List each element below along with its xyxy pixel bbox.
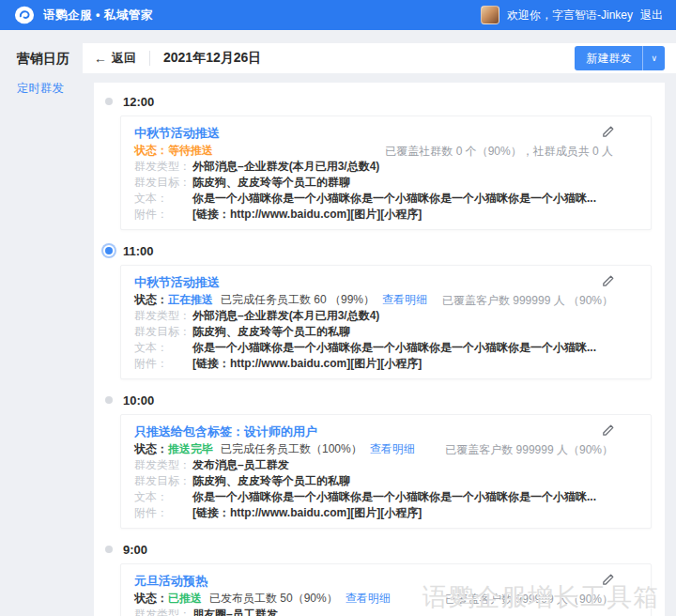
new-bulk-send-button[interactable]: 新建群发 ∨ [575,46,665,70]
detail-row: 群发类型：外部消息–企业群发(本月已用3/总数4) [134,159,638,175]
detail-label: 群发目标： [134,324,192,340]
status-value: 已推送 [168,592,202,605]
status-value: 等待推送 [168,144,213,157]
card-title-link[interactable]: 元旦活动预热 [134,572,638,590]
detail-label: 群发目标： [134,473,192,489]
detail-value: [链接：http://www.baidu.com][图片][小程序] [192,356,422,372]
detail-value: [链接：http://www.baidu.com][图片][小程序] [192,207,422,223]
coverage-stat: 已覆盖客户数 999999 人 （90%） [442,293,613,309]
time-label: 10:00 [123,393,154,408]
detail-row: 文本：你是一个小猫咪你是一个小猫咪你是一个小猫咪你是一个小猫咪你是一个小猫咪..… [134,191,638,207]
edit-pencil-icon[interactable] [601,274,615,288]
time-label: 11:00 [123,244,154,258]
detail-rows: 群发类型：外部消息–企业群发(本月已用3/总数4)群发目标：陈皮狗、皮皮玲等个员… [134,308,638,372]
detail-value: 陈皮狗、皮皮玲等个员工的私聊 [192,324,350,340]
status-extra: 已发布员工数 50（90%） [209,590,338,607]
timeline-dot-icon [105,396,113,404]
logout-link[interactable]: 退出 [640,8,663,23]
timeline: 12:00 中秋节活动推送 状态：等待推送 已覆盖社群数 0 个（90%），社群… [94,83,665,616]
sidebar-item-scheduled-bulk[interactable]: 定时群发 [0,68,94,97]
detail-value: 你是一个小猫咪你是一个小猫咪你是一个小猫咪你是一个小猫咪你是一个小猫咪... [192,340,596,356]
detail-label: 附件： [134,505,192,521]
status-value: 推送完毕 [168,442,213,455]
detail-label: 群发类型： [134,159,192,175]
detail-value: 外部消息–企业群发(本月已用3/总数4) [192,308,379,324]
view-detail-link[interactable]: 查看明细 [346,590,391,607]
detail-label: 群发类型： [134,457,192,473]
time-row: 10:00 [94,391,665,409]
detail-value: [链接：http://www.baidu.com][图片][小程序] [192,505,422,521]
status-label: 状态： [134,144,168,157]
status-value: 正在推送 [168,293,213,306]
detail-rows: 群发类型：发布消息–员工群发群发目标：陈皮狗、皮皮玲等个员工的私聊文本：你是一个… [134,457,638,521]
detail-label: 附件： [134,207,192,223]
calendar-panel: 12:00 中秋节活动推送 状态：等待推送 已覆盖社群数 0 个（90%），社群… [94,83,665,616]
timeline-entry: 12:00 中秋节活动推送 状态：等待推送 已覆盖社群数 0 个（90%），社群… [94,92,665,230]
timeline-entry: 11:00 中秋节活动推送 状态：正在推送 已完成任务员工数 60 （99%） … [94,241,665,379]
time-label: 9:00 [123,543,147,557]
time-row: 11:00 [94,241,665,260]
edit-pencil-icon[interactable] [601,573,615,587]
coverage-stat: 已覆盖社群数 0 个（90%），社群成员共 0 人 [385,144,613,160]
view-detail-link[interactable]: 查看明细 [370,440,415,457]
view-detail-link[interactable]: 查看明细 [382,291,427,308]
detail-value: 发布消息–员工群发 [192,457,289,473]
edit-pencil-icon[interactable] [601,125,615,139]
time-row: 12:00 [94,92,665,111]
detail-row: 群发类型：朋友圈–员工群发 [134,607,638,616]
parrot-logo-icon [13,5,36,25]
edit-pencil-icon[interactable] [601,424,615,438]
bulk-send-card: 中秋节活动推送 状态：正在推送 已完成任务员工数 60 （99%） 查看明细 已… [120,265,652,379]
time-row: 9:00 [94,540,665,559]
detail-value: 你是一个小猫咪你是一个小猫咪你是一个小猫咪你是一个小猫咪你是一个小猫咪... [192,489,596,505]
card-title-link[interactable]: 只推送给包含标签：设计师的用户 [134,423,638,440]
chevron-down-icon[interactable]: ∨ [643,54,665,63]
back-button[interactable]: ← 返回 [94,50,136,67]
detail-value: 外部消息–企业群发(本月已用3/总数4) [192,159,379,175]
timeline-dot-icon [105,546,113,553]
timeline-entry: 9:00 元旦活动预热 状态：已推送 已发布员工数 50（90%） 查看明细 已… [94,540,665,616]
detail-row: 群发类型：外部消息–企业群发(本月已用3/总数4) [134,308,638,324]
time-label: 12:00 [123,95,154,109]
user-avatar[interactable] [481,6,499,24]
detail-value: 朋友圈–员工群发 [192,607,278,616]
detail-label: 群发类型： [134,308,192,324]
timeline-dot-icon [105,98,113,105]
new-bulk-send-label: 新建群发 [575,51,642,67]
detail-label: 文本： [134,489,192,505]
bulk-send-card: 只推送给包含标签：设计师的用户 状态：推送完毕 已完成任务员工数（100%） 查… [120,414,652,529]
back-arrow-icon: ← [94,52,107,65]
timeline-dot-icon [105,247,113,254]
brand-name: 语鹦企服 • 私域管家 [43,8,153,23]
card-title-link[interactable]: 中秋节活动推送 [134,273,638,291]
card-title-link[interactable]: 中秋节活动推送 [134,124,638,142]
app-header: 语鹦企服 • 私域管家 欢迎你，字言智语-Jinkey 退出 [0,0,676,30]
detail-row: 附件：[链接：http://www.baidu.com][图片][小程序] [134,505,638,521]
detail-row: 附件：[链接：http://www.baidu.com][图片][小程序] [134,356,638,372]
date-title: 2021年12月26日 [163,50,261,67]
detail-row: 文本：你是一个小猫咪你是一个小猫咪你是一个小猫咪你是一个小猫咪你是一个小猫咪..… [134,489,638,505]
detail-label: 文本： [134,191,192,207]
detail-row: 群发目标：陈皮狗、皮皮玲等个员工的私聊 [134,324,638,340]
detail-label: 附件： [134,356,192,372]
toolbar: ← 返回 2021年12月26日 新建群发 ∨ [83,43,676,73]
detail-value: 陈皮狗、皮皮玲等个员工的私聊 [192,473,350,489]
back-label: 返回 [112,50,136,67]
status-extra: 已完成任务员工数（100%） [221,440,362,457]
detail-row: 群发类型：发布消息–员工群发 [134,457,638,473]
detail-label: 群发类型： [134,607,192,616]
status-label: 状态： [134,592,168,605]
status-extra: 已完成任务员工数 60 （99%） [221,291,375,308]
detail-rows: 群发类型：朋友圈–员工群发群发目标：陈皮狗、皮皮玲等个员工带有标签重要客户、已成… [134,607,638,616]
toolbar-divider [149,51,150,66]
sidebar-title: 营销日历 [0,30,94,68]
detail-value: 陈皮狗、皮皮玲等个员工的群聊 [192,175,350,191]
coverage-stat: 已覆盖客户数 999999 人（90%） [445,442,613,458]
detail-label: 群发目标： [134,175,192,191]
detail-row: 文本：你是一个小猫咪你是一个小猫咪你是一个小猫咪你是一个小猫咪你是一个小猫咪..… [134,340,638,356]
detail-row: 群发目标：陈皮狗、皮皮玲等个员工的群聊 [134,175,638,191]
detail-row: 附件：[链接：http://www.baidu.com][图片][小程序] [134,207,638,223]
bulk-send-card: 元旦活动预热 状态：已推送 已发布员工数 50（90%） 查看明细 已覆盖客户数… [120,563,652,616]
brand: 语鹦企服 • 私域管家 [13,5,153,25]
welcome-text: 欢迎你，字言智语-Jinkey [507,8,633,23]
